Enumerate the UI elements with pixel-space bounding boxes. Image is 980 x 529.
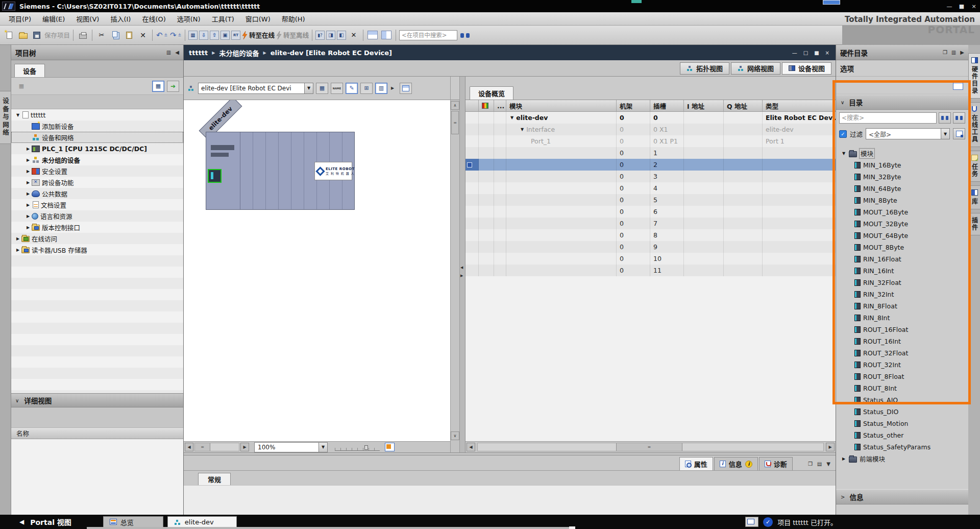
row-handle[interactable] <box>465 112 479 124</box>
network-plug-icon[interactable] <box>188 85 194 91</box>
tree-item-devices-networks[interactable]: 设备和网络 <box>11 132 183 143</box>
catalog-section-header[interactable]: ∨ 目录 <box>836 94 968 110</box>
collapse-pane-icon[interactable]: ▼ <box>826 461 830 467</box>
slot-cell[interactable]: 4 <box>650 182 684 194</box>
expander-icon[interactable]: ▶ <box>24 169 32 174</box>
view-tab-0[interactable]: 拓扑视图 <box>680 62 729 75</box>
editor-float-icon[interactable]: □ <box>803 50 808 56</box>
fit-to-view-icon[interactable] <box>385 443 395 451</box>
tree-item-languages[interactable]: ▶语言和资源 <box>11 210 183 222</box>
tree-item-card-reader[interactable]: ▶读卡器/USB 存储器 <box>11 244 183 255</box>
hardware-detail-window-icon[interactable] <box>953 81 963 90</box>
download-to-device-button[interactable]: ⇩ <box>199 31 208 40</box>
expander-icon[interactable]: ▶ <box>24 180 32 185</box>
module-cell[interactable] <box>506 264 617 276</box>
expander-icon[interactable]: ▶ <box>24 191 32 196</box>
upload-from-device-button[interactable]: ⇧ <box>210 31 219 40</box>
table-row[interactable]: 01 <box>465 147 836 159</box>
tree-item-add-device[interactable]: 添加新设备 <box>11 121 183 132</box>
list-icon[interactable]: ▤ <box>817 461 822 467</box>
expander-icon[interactable]: ▶ <box>24 147 32 151</box>
menu-item-6[interactable]: 工具(T) <box>206 12 240 25</box>
table-row[interactable]: 06 <box>465 206 836 218</box>
float-pane-icon[interactable]: ❐ <box>808 461 813 467</box>
tree-item-online-access[interactable]: ▶在线访问 <box>11 233 183 244</box>
i-address-cell[interactable] <box>684 135 724 147</box>
type-cell[interactable] <box>763 229 836 241</box>
module-cell[interactable]: ▼elite-dev <box>506 112 617 124</box>
slot-cell[interactable]: 5 <box>650 194 684 206</box>
inspector-tab-1[interactable]: 信息i <box>714 457 758 470</box>
columns-icon[interactable]: ▥ <box>166 50 171 55</box>
catalog-frontend-folder[interactable]: ▶ 前端模块 <box>836 453 968 465</box>
header-more-column[interactable]: ... <box>494 100 506 111</box>
row-handle[interactable] <box>465 135 479 147</box>
module-cell[interactable]: ▼Interface <box>506 124 617 135</box>
menu-item-1[interactable]: 编辑(E) <box>37 12 70 25</box>
i-address-cell[interactable] <box>684 229 724 241</box>
i-address-cell[interactable] <box>684 182 724 194</box>
show-overview-button[interactable]: ◧ <box>337 31 346 40</box>
float-panel-icon[interactable]: ❐ <box>943 50 947 55</box>
slot-cell[interactable]: 2 <box>650 159 684 171</box>
type-cell[interactable] <box>763 182 836 194</box>
module-cell[interactable] <box>506 194 617 206</box>
expander-icon[interactable]: ▶ <box>24 214 32 219</box>
expand-panel-icon[interactable]: ▶ <box>960 50 964 55</box>
device-slot-area[interactable]: ELITE ROBOT 艾 利 特 机 器 人 <box>240 132 354 209</box>
header-i-address[interactable]: I 地址 <box>684 100 724 111</box>
new-project-button[interactable] <box>3 29 15 42</box>
type-cell[interactable] <box>763 241 836 253</box>
device-taskbar-button[interactable]: elite-dev <box>167 516 237 527</box>
row-handle[interactable] <box>465 264 479 276</box>
row-handle[interactable] <box>465 206 479 218</box>
type-cell[interactable] <box>763 206 836 218</box>
rack-cell[interactable]: 0 <box>617 206 650 218</box>
slot-cell[interactable]: 9 <box>650 241 684 253</box>
table-row[interactable]: 08 <box>465 229 836 241</box>
split-horizontal-button[interactable] <box>366 29 379 42</box>
catalog-module-RIN_32Float[interactable]: RIN_32Float <box>836 277 968 288</box>
rack-cell[interactable]: 0 <box>617 241 650 253</box>
tree-item-version-control[interactable]: ▶版本控制接口 <box>11 222 183 233</box>
zoom-slider[interactable] <box>335 444 380 451</box>
catalog-module-MOUT_32Byte[interactable]: MOUT_32Byte <box>836 218 968 230</box>
q-address-cell[interactable] <box>724 264 763 276</box>
scroll-left-icon[interactable]: ◀ <box>185 443 193 451</box>
row-handle[interactable] <box>465 218 479 229</box>
type-cell[interactable]: elite-dev <box>763 124 836 135</box>
tree-item-project[interactable]: ▼tttttt <box>11 109 183 121</box>
rack-cell[interactable]: 0 <box>617 218 650 229</box>
scroll-down-icon[interactable]: ∨ <box>451 431 459 440</box>
expander-icon[interactable]: ▶ <box>24 225 32 230</box>
diagnostics-button[interactable]: ▮? <box>315 31 325 40</box>
edit-profile-button[interactable] <box>953 128 965 139</box>
expander-icon[interactable]: ▶ <box>841 456 846 461</box>
tab-device-overview[interactable]: 设备概览 <box>470 86 513 100</box>
save-project-button[interactable] <box>31 29 43 42</box>
overview-taskbar-button[interactable]: 总览 <box>103 516 163 527</box>
type-cell[interactable] <box>763 264 836 276</box>
device-canvas[interactable]: elite-dev ELITE ROBOT 艾 利 特 机 器 人 <box>184 100 450 441</box>
splitter-collapse-arrows[interactable]: ◀▶ <box>460 266 463 278</box>
module-cell[interactable]: Port_1 <box>506 135 617 147</box>
module-cell[interactable] <box>506 218 617 229</box>
q-address-cell[interactable] <box>724 147 763 159</box>
table-row[interactable]: 04 <box>465 182 836 194</box>
table-row[interactable]: ▼elite-dev00Elite Robot EC Dev... <box>465 112 836 124</box>
type-cell[interactable] <box>763 218 836 229</box>
row-handle[interactable] <box>465 253 479 264</box>
catalog-module-ROUT_32Int[interactable]: ROUT_32Int <box>836 359 968 371</box>
i-address-cell[interactable] <box>684 171 724 182</box>
table-row[interactable]: Port_100 X1 P1Port 1 <box>465 135 836 147</box>
print-button[interactable] <box>77 29 89 42</box>
i-address-cell[interactable] <box>684 124 724 135</box>
canvas-table-splitter[interactable]: ◀▶ <box>460 77 465 452</box>
rack-cell[interactable]: 0 <box>617 253 650 264</box>
table-row[interactable]: 05 <box>465 194 836 206</box>
expander-icon[interactable]: ▼ <box>521 127 524 132</box>
side-tab-0[interactable]: 硬件目录 <box>968 53 980 99</box>
slot-cell[interactable]: 7 <box>650 218 684 229</box>
header-slot[interactable]: 插槽 <box>650 100 684 111</box>
rack-cell[interactable]: 0 <box>617 159 650 171</box>
